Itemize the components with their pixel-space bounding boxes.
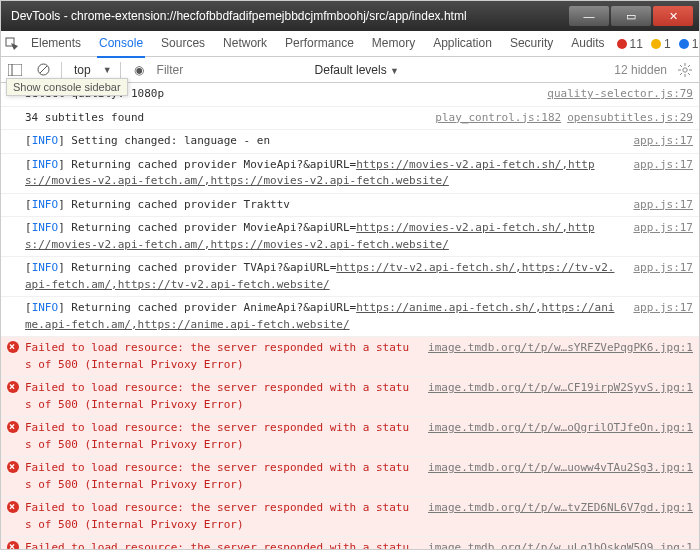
source-link[interactable]: image.tmdb.org/t/p/w…uLg1bQskgW5Q9.jpg:1 bbox=[422, 540, 693, 550]
console-output[interactable]: Select quality: 1080pquality-selector.js… bbox=[1, 83, 699, 550]
source-link[interactable]: image.tmdb.org/t/p/w…uoww4vTAu2Sg3.jpg:1 bbox=[422, 460, 693, 493]
console-row: [INFO] Returning cached provider TVApi?&… bbox=[1, 257, 699, 297]
svg-line-4 bbox=[40, 66, 47, 73]
tab-elements[interactable]: Elements bbox=[29, 30, 83, 58]
window-maximize-button[interactable]: ▭ bbox=[611, 6, 651, 26]
console-row: [INFO] Returning cached provider MovieAp… bbox=[1, 154, 699, 194]
console-row: Failed to load resource: the server resp… bbox=[1, 497, 699, 537]
svg-point-5 bbox=[683, 67, 687, 71]
tab-console[interactable]: Console bbox=[97, 30, 145, 58]
window-close-button[interactable]: ✕ bbox=[653, 6, 693, 26]
console-row: Failed to load resource: the server resp… bbox=[1, 377, 699, 417]
source-link[interactable]: quality-selector.js:79 bbox=[541, 86, 693, 103]
log-message: Failed to load resource: the server resp… bbox=[25, 540, 422, 550]
window-minimize-button[interactable]: — bbox=[569, 6, 609, 26]
settings-gear-icon[interactable] bbox=[675, 60, 695, 80]
log-message: [INFO] Returning cached provider MovieAp… bbox=[25, 157, 627, 190]
source-link[interactable]: image.tmdb.org/t/p/w…sYRFZVePqgPK6.jpg:1 bbox=[422, 340, 693, 373]
log-link[interactable]: https://movies-v2.api-fetch.sh/,https://… bbox=[25, 158, 595, 188]
tab-security[interactable]: Security bbox=[508, 30, 555, 58]
clear-console-icon[interactable] bbox=[33, 60, 53, 80]
chevron-down-icon: ▼ bbox=[103, 65, 112, 75]
log-message: [INFO] Returning cached provider TVApi?&… bbox=[25, 260, 627, 293]
error-icon bbox=[7, 341, 19, 353]
source-link[interactable]: image.tmdb.org/t/p/w…oQgrilOTJfeOn.jpg:1 bbox=[422, 420, 693, 453]
tab-application[interactable]: Application bbox=[431, 30, 494, 58]
svg-line-10 bbox=[680, 65, 682, 67]
log-message: Failed to load resource: the server resp… bbox=[25, 420, 422, 453]
log-link[interactable]: https://tv-v2.api-fetch.sh/,https://tv-v… bbox=[25, 261, 614, 291]
source-link[interactable]: opensubtitles.js:29 bbox=[561, 110, 693, 127]
tab-memory[interactable]: Memory bbox=[370, 30, 417, 58]
window-title: DevTools - chrome-extension://hecfofbbdf… bbox=[7, 9, 569, 23]
toggle-sidebar-icon[interactable] bbox=[5, 60, 25, 80]
svg-line-11 bbox=[688, 73, 690, 75]
log-message: [INFO] Returning cached provider AnimeAp… bbox=[25, 300, 627, 333]
sidebar-tooltip: Show console sidebar bbox=[6, 78, 128, 96]
console-row: Failed to load resource: the server resp… bbox=[1, 537, 699, 550]
console-row: Failed to load resource: the server resp… bbox=[1, 417, 699, 457]
source-link[interactable]: app.js:17 bbox=[627, 260, 693, 293]
log-message: [INFO] Setting changed: language - en bbox=[25, 133, 627, 150]
log-link[interactable]: https://anime.api-fetch.sh/,https://anim… bbox=[25, 301, 614, 331]
log-message: Failed to load resource: the server resp… bbox=[25, 460, 422, 493]
window-titlebar: DevTools - chrome-extension://hecfofbbdf… bbox=[1, 1, 699, 31]
console-row: [INFO] Setting changed: language - enapp… bbox=[1, 130, 699, 154]
live-expression-icon[interactable]: ◉ bbox=[129, 60, 149, 80]
badge-area: 11 1 1 bbox=[617, 37, 700, 51]
log-message: [INFO] Returning cached provider Trakttv bbox=[25, 197, 627, 214]
svg-line-12 bbox=[680, 73, 682, 75]
tab-network[interactable]: Network bbox=[221, 30, 269, 58]
log-levels-selector[interactable]: Default levels ▼ bbox=[315, 63, 399, 77]
tab-performance[interactable]: Performance bbox=[283, 30, 356, 58]
error-badge[interactable]: 11 bbox=[617, 37, 643, 51]
tab-sources[interactable]: Sources bbox=[159, 30, 207, 58]
log-message: [INFO] Returning cached provider MovieAp… bbox=[25, 220, 627, 253]
log-link[interactable]: https://movies-v2.api-fetch.sh/,https://… bbox=[25, 221, 595, 251]
source-link[interactable]: app.js:17 bbox=[627, 197, 693, 214]
log-message: Failed to load resource: the server resp… bbox=[25, 340, 422, 373]
source-link[interactable]: app.js:17 bbox=[627, 157, 693, 190]
info-badge[interactable]: 1 bbox=[679, 37, 699, 51]
error-icon bbox=[7, 381, 19, 393]
devtools-tabstrip: ElementsConsoleSourcesNetworkPerformance… bbox=[1, 31, 699, 57]
inspect-element-icon[interactable] bbox=[5, 33, 19, 55]
error-icon bbox=[7, 501, 19, 513]
window-buttons: — ▭ ✕ bbox=[569, 6, 693, 26]
filter-input[interactable] bbox=[157, 63, 307, 77]
error-icon bbox=[7, 541, 19, 550]
log-message: 34 subtitles found bbox=[25, 110, 429, 127]
source-link[interactable]: app.js:17 bbox=[627, 133, 693, 150]
log-message: Failed to load resource: the server resp… bbox=[25, 380, 422, 413]
svg-rect-1 bbox=[8, 64, 22, 76]
source-link[interactable]: image.tmdb.org/t/p/w…tvZED6NL6V7gd.jpg:1 bbox=[422, 500, 693, 533]
tab-audits[interactable]: Audits bbox=[569, 30, 606, 58]
source-link[interactable]: app.js:17 bbox=[627, 300, 693, 333]
console-row: Failed to load resource: the server resp… bbox=[1, 337, 699, 377]
source-link[interactable]: image.tmdb.org/t/p/w…CF19irpW2SyvS.jpg:1 bbox=[422, 380, 693, 413]
hidden-count[interactable]: 12 hidden bbox=[614, 63, 667, 77]
source-link[interactable]: play_control.js:182 bbox=[429, 110, 561, 127]
error-icon bbox=[7, 461, 19, 473]
context-selector[interactable]: top bbox=[70, 63, 95, 77]
svg-line-13 bbox=[688, 65, 690, 67]
log-message: Failed to load resource: the server resp… bbox=[25, 500, 422, 533]
console-row: [INFO] Returning cached provider MovieAp… bbox=[1, 217, 699, 257]
source-link[interactable]: app.js:17 bbox=[627, 220, 693, 253]
warning-badge[interactable]: 1 bbox=[651, 37, 671, 51]
console-row: [INFO] Returning cached provider AnimeAp… bbox=[1, 297, 699, 337]
console-row: Failed to load resource: the server resp… bbox=[1, 457, 699, 497]
console-row: 34 subtitles foundplay_control.js:182ope… bbox=[1, 107, 699, 131]
error-icon bbox=[7, 421, 19, 433]
console-row: [INFO] Returning cached provider Trakttv… bbox=[1, 194, 699, 218]
